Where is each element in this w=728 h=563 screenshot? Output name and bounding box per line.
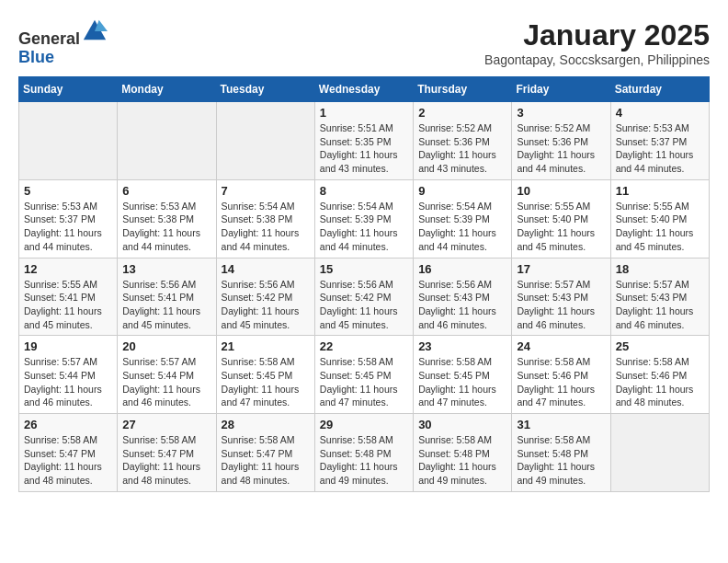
day-detail: Sunrise: 5:58 AMSunset: 5:47 PMDaylight:…	[222, 433, 310, 488]
day-detail: Sunrise: 5:55 AMSunset: 5:40 PMDaylight:…	[616, 200, 704, 254]
calendar-week-row: 12Sunrise: 5:55 AMSunset: 5:41 PMDayligh…	[19, 258, 710, 336]
day-number: 26	[24, 418, 112, 431]
day-number: 29	[320, 418, 408, 431]
day-detail: Sunrise: 5:58 AMSunset: 5:45 PMDaylight:…	[418, 355, 506, 409]
calendar-cell: 26Sunrise: 5:58 AMSunset: 5:47 PMDayligh…	[19, 414, 118, 492]
day-number: 16	[418, 262, 506, 276]
calendar-cell: 6Sunrise: 5:53 AMSunset: 5:38 PMDaylight…	[118, 179, 216, 258]
day-number: 13	[122, 262, 210, 276]
calendar-cell: 5Sunrise: 5:53 AMSunset: 5:37 PMDaylight…	[19, 179, 118, 258]
day-number: 31	[517, 418, 605, 431]
calendar-cell: 31Sunrise: 5:58 AMSunset: 5:48 PMDayligh…	[512, 414, 610, 492]
day-number: 5	[24, 184, 112, 198]
calendar-cell	[118, 102, 216, 180]
day-detail: Sunrise: 5:58 AMSunset: 5:45 PMDaylight:…	[320, 355, 408, 409]
calendar-cell: 2Sunrise: 5:52 AMSunset: 5:36 PMDaylight…	[414, 102, 512, 180]
weekday-header: Saturday	[610, 77, 709, 102]
calendar-cell: 21Sunrise: 5:58 AMSunset: 5:45 PMDayligh…	[216, 336, 314, 414]
day-number: 18	[616, 262, 704, 276]
logo-general: General	[18, 29, 80, 48]
day-detail: Sunrise: 5:54 AMSunset: 5:38 PMDaylight:…	[222, 200, 310, 254]
day-detail: Sunrise: 5:58 AMSunset: 5:48 PMDaylight:…	[320, 433, 408, 488]
day-detail: Sunrise: 5:58 AMSunset: 5:46 PMDaylight:…	[616, 355, 704, 409]
day-number: 12	[24, 262, 112, 276]
weekday-header: Sunday	[19, 77, 118, 102]
weekday-header: Friday	[512, 77, 610, 102]
calendar-cell: 23Sunrise: 5:58 AMSunset: 5:45 PMDayligh…	[414, 336, 512, 414]
calendar-header: SundayMondayTuesdayWednesdayThursdayFrid…	[19, 77, 710, 102]
day-detail: Sunrise: 5:56 AMSunset: 5:41 PMDaylight:…	[122, 278, 210, 332]
weekday-header: Wednesday	[314, 77, 413, 102]
day-number: 1	[320, 106, 408, 120]
day-number: 22	[320, 339, 408, 353]
day-detail: Sunrise: 5:53 AMSunset: 5:37 PMDaylight:…	[24, 200, 112, 254]
day-detail: Sunrise: 5:58 AMSunset: 5:48 PMDaylight:…	[418, 433, 506, 488]
day-number: 27	[122, 418, 210, 431]
day-detail: Sunrise: 5:52 AMSunset: 5:36 PMDaylight:…	[418, 121, 506, 176]
day-detail: Sunrise: 5:51 AMSunset: 5:35 PMDaylight:…	[320, 121, 408, 176]
day-detail: Sunrise: 5:56 AMSunset: 5:42 PMDaylight:…	[222, 278, 310, 332]
day-detail: Sunrise: 5:55 AMSunset: 5:41 PMDaylight:…	[24, 278, 112, 332]
day-number: 19	[24, 339, 112, 353]
day-number: 2	[418, 106, 506, 120]
day-detail: Sunrise: 5:57 AMSunset: 5:43 PMDaylight:…	[517, 278, 605, 332]
day-number: 20	[122, 339, 210, 353]
calendar-cell: 22Sunrise: 5:58 AMSunset: 5:45 PMDayligh…	[314, 336, 413, 414]
calendar-cell: 15Sunrise: 5:56 AMSunset: 5:42 PMDayligh…	[314, 258, 413, 336]
day-detail: Sunrise: 5:54 AMSunset: 5:39 PMDaylight:…	[418, 200, 506, 254]
month-title: January 2025	[484, 18, 710, 52]
day-detail: Sunrise: 5:56 AMSunset: 5:42 PMDaylight:…	[320, 278, 408, 332]
page-header: General Blue January 2025 Bagontapay, So…	[18, 18, 710, 67]
calendar-cell: 1Sunrise: 5:51 AMSunset: 5:35 PMDaylight…	[314, 102, 413, 180]
calendar-cell: 3Sunrise: 5:52 AMSunset: 5:36 PMDaylight…	[512, 102, 610, 180]
day-number: 4	[616, 106, 704, 120]
calendar-cell: 4Sunrise: 5:53 AMSunset: 5:37 PMDaylight…	[610, 102, 709, 180]
day-detail: Sunrise: 5:58 AMSunset: 5:47 PMDaylight:…	[24, 433, 112, 488]
calendar-cell: 17Sunrise: 5:57 AMSunset: 5:43 PMDayligh…	[512, 258, 610, 336]
calendar-cell: 11Sunrise: 5:55 AMSunset: 5:40 PMDayligh…	[610, 179, 709, 258]
calendar-cell	[216, 102, 314, 180]
calendar-cell: 28Sunrise: 5:58 AMSunset: 5:47 PMDayligh…	[216, 414, 314, 492]
calendar-cell	[610, 414, 709, 492]
calendar-cell: 24Sunrise: 5:58 AMSunset: 5:46 PMDayligh…	[512, 336, 610, 414]
day-detail: Sunrise: 5:58 AMSunset: 5:47 PMDaylight:…	[122, 433, 210, 488]
day-detail: Sunrise: 5:54 AMSunset: 5:39 PMDaylight:…	[320, 200, 408, 254]
title-area: January 2025 Bagontapay, Soccsksargen, P…	[484, 18, 710, 67]
day-number: 25	[616, 339, 704, 353]
calendar-cell: 10Sunrise: 5:55 AMSunset: 5:40 PMDayligh…	[512, 179, 610, 258]
day-detail: Sunrise: 5:57 AMSunset: 5:44 PMDaylight:…	[122, 355, 210, 409]
location: Bagontapay, Soccsksargen, Philippines	[484, 52, 710, 67]
day-detail: Sunrise: 5:56 AMSunset: 5:43 PMDaylight:…	[418, 278, 506, 332]
calendar-week-row: 1Sunrise: 5:51 AMSunset: 5:35 PMDaylight…	[19, 102, 710, 180]
calendar-cell: 9Sunrise: 5:54 AMSunset: 5:39 PMDaylight…	[414, 179, 512, 258]
day-number: 30	[418, 418, 506, 431]
day-detail: Sunrise: 5:58 AMSunset: 5:45 PMDaylight:…	[222, 355, 310, 409]
day-number: 10	[517, 184, 605, 198]
calendar-cell: 8Sunrise: 5:54 AMSunset: 5:39 PMDaylight…	[314, 179, 413, 258]
calendar-cell: 19Sunrise: 5:57 AMSunset: 5:44 PMDayligh…	[19, 336, 118, 414]
calendar-week-row: 26Sunrise: 5:58 AMSunset: 5:47 PMDayligh…	[19, 414, 710, 492]
calendar-cell: 12Sunrise: 5:55 AMSunset: 5:41 PMDayligh…	[19, 258, 118, 336]
day-number: 17	[517, 262, 605, 276]
day-detail: Sunrise: 5:53 AMSunset: 5:37 PMDaylight:…	[616, 121, 704, 176]
calendar-cell: 18Sunrise: 5:57 AMSunset: 5:43 PMDayligh…	[610, 258, 709, 336]
day-detail: Sunrise: 5:58 AMSunset: 5:48 PMDaylight:…	[517, 433, 605, 488]
day-detail: Sunrise: 5:52 AMSunset: 5:36 PMDaylight:…	[517, 121, 605, 176]
day-number: 9	[418, 184, 506, 198]
calendar-cell: 16Sunrise: 5:56 AMSunset: 5:43 PMDayligh…	[414, 258, 512, 336]
logo-icon	[82, 18, 108, 44]
day-number: 8	[320, 184, 408, 198]
day-number: 7	[222, 184, 310, 198]
day-number: 21	[222, 339, 310, 353]
day-detail: Sunrise: 5:53 AMSunset: 5:38 PMDaylight:…	[122, 200, 210, 254]
calendar-cell: 13Sunrise: 5:56 AMSunset: 5:41 PMDayligh…	[118, 258, 216, 336]
day-number: 14	[222, 262, 310, 276]
day-number: 28	[222, 418, 310, 431]
calendar-cell: 25Sunrise: 5:58 AMSunset: 5:46 PMDayligh…	[610, 336, 709, 414]
day-number: 3	[517, 106, 605, 120]
day-number: 23	[418, 339, 506, 353]
day-detail: Sunrise: 5:57 AMSunset: 5:43 PMDaylight:…	[616, 278, 704, 332]
calendar-week-row: 5Sunrise: 5:53 AMSunset: 5:37 PMDaylight…	[19, 179, 710, 258]
calendar-week-row: 19Sunrise: 5:57 AMSunset: 5:44 PMDayligh…	[19, 336, 710, 414]
calendar-cell	[19, 102, 118, 180]
